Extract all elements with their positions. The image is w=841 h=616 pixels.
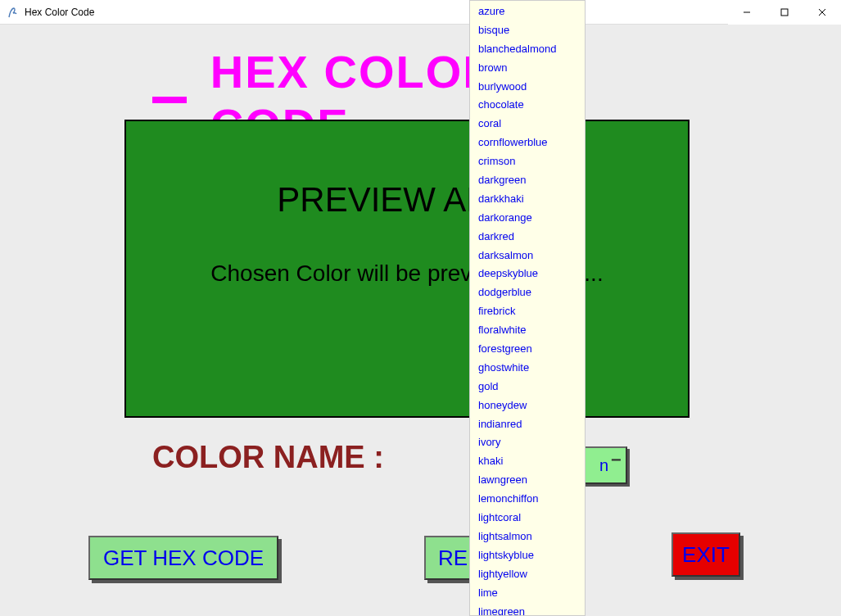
dropdown-item[interactable]: crimson [470, 152, 585, 171]
dropdown-item[interactable]: khaki [470, 452, 585, 471]
preview-area: PREVIEW AREA Chosen Color will be previe… [124, 120, 690, 418]
dropdown-item[interactable]: indianred [470, 415, 585, 434]
dropdown-item[interactable]: gold [470, 378, 585, 396]
get-hex-label: GET HEX CODE [103, 546, 264, 571]
dropdown-item[interactable]: lemonchiffon [470, 490, 585, 509]
color-name-label: COLOR NAME : [152, 440, 384, 475]
dropdown-item[interactable]: ivory [470, 433, 585, 452]
app-icon [7, 6, 20, 19]
dropdown-item[interactable]: chocolate [470, 96, 585, 115]
preview-subtitle: Chosen Color will be previewed here... [126, 260, 688, 287]
dropdown-item[interactable]: floralwhite [470, 321, 585, 340]
dropdown-item[interactable]: coral [470, 115, 585, 134]
dropdown-item[interactable]: honeydew [470, 396, 585, 415]
reset-label: RE [438, 546, 468, 571]
dropdown-item[interactable]: bisque [470, 21, 585, 40]
color-dropdown-menu[interactable]: azurebisqueblanchedalmondbrownburlywoodc… [469, 0, 586, 616]
chevron-down-icon: ▔ [612, 459, 621, 472]
dropdown-selected-partial: n [599, 456, 608, 475]
dropdown-item[interactable]: darkgreen [470, 171, 585, 190]
dropdown-item[interactable]: azure [470, 2, 585, 21]
get-hex-code-button[interactable]: GET HEX CODE [88, 536, 278, 580]
exit-button[interactable]: EXIT [671, 532, 740, 577]
dropdown-item[interactable]: darkorange [470, 209, 585, 228]
dropdown-item[interactable]: darkkhaki [470, 190, 585, 209]
window-title: Hex Color Code [25, 7, 94, 18]
maximize-button[interactable] [766, 0, 803, 25]
dropdown-item[interactable]: darkred [470, 228, 585, 247]
exit-label: EXIT [682, 542, 730, 568]
minimize-button[interactable] [728, 0, 766, 25]
dropdown-item[interactable]: dodgerblue [470, 283, 585, 302]
dropdown-item[interactable]: lime [470, 584, 585, 603]
dropdown-item[interactable]: brown [470, 59, 585, 78]
dropdown-item[interactable]: forestgreen [470, 340, 585, 359]
preview-heading: PREVIEW AREA [126, 180, 688, 220]
dropdown-item[interactable]: lawngreen [470, 471, 585, 490]
dropdown-item[interactable]: burlywood [470, 78, 585, 97]
svg-rect-1 [781, 9, 788, 16]
window-controls [728, 0, 841, 25]
dropdown-item[interactable]: lightskyblue [470, 546, 585, 565]
dropdown-item[interactable]: cornflowerblue [470, 134, 585, 152]
dropdown-item[interactable]: darksalmon [470, 247, 585, 265]
dropdown-item[interactable]: lightsalmon [470, 528, 585, 546]
dropdown-item[interactable]: limegreen [470, 603, 585, 617]
dropdown-item[interactable]: ghostwhite [470, 359, 585, 378]
dropdown-item[interactable]: lightcoral [470, 509, 585, 528]
main-content: HEX COLOR CODE PREVIEW AREA Chosen Color… [0, 25, 841, 616]
close-button[interactable] [803, 0, 841, 25]
dropdown-item[interactable]: blanchedalmond [470, 40, 585, 59]
color-dropdown-button[interactable]: n ▔ [578, 446, 627, 484]
title-underline [152, 97, 187, 103]
dropdown-item[interactable]: lightyellow [470, 565, 585, 584]
window-titlebar: Hex Color Code [0, 0, 841, 25]
dropdown-item[interactable]: firebrick [470, 302, 585, 321]
dropdown-item[interactable]: deepskyblue [470, 265, 585, 283]
